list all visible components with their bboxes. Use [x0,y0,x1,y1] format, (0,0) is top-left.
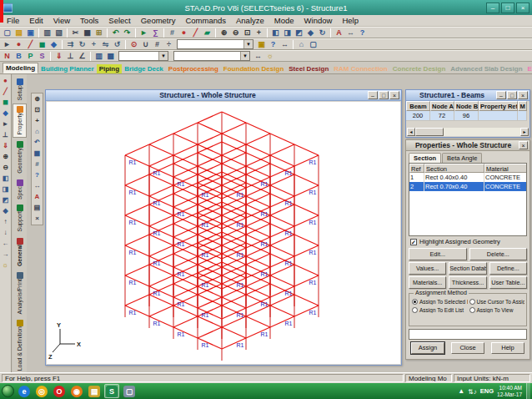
zoom-dynamic-icon[interactable]: ⊕ [1,152,11,162]
highlight-assigned-checkbox[interactable]: ✓ Highlight Assigned Geometry [410,238,500,245]
define-button[interactable]: Define... [489,262,527,275]
dimension-icon[interactable]: ↔ [345,28,356,38]
labels-icon[interactable]: A [334,28,344,38]
beams-hscrollbar[interactable]: ◄ ► [407,128,529,136]
tab-beta-angle[interactable]: Beta Angle [442,153,482,163]
rotate-up-icon[interactable]: ↑ [1,217,11,227]
menu-commands[interactable]: Commands [180,15,231,26]
user-table-button[interactable]: User Table... [489,276,527,289]
dimension-beams-icon[interactable]: ↔ [253,51,263,61]
pan-tool-icon[interactable]: + [33,116,43,126]
opera-icon[interactable]: O [53,386,65,397]
tab-section[interactable]: Section [409,153,441,163]
radio-assign-to-selected-beams[interactable]: Assign To Selected Beams [412,299,468,305]
supports-cursor-icon[interactable]: ⊥ [1,130,11,140]
structure-list-combo[interactable]: ▼ [173,51,250,61]
zoom-window-tool-icon[interactable]: ⊡ [33,105,43,115]
section-row[interactable]: 2Rect 0.70x0.40CONCRETE [409,182,526,191]
display-options-icon[interactable]: ☼ [264,51,275,61]
add-plate-icon[interactable]: ▰ [202,28,213,38]
thickness-button[interactable]: Thickness... [449,276,486,289]
section-database-button[interactable]: Section Database [449,262,486,275]
new-view-icon[interactable]: ▢ [308,39,319,49]
radio-icon[interactable] [469,307,475,313]
mode-tab-ram-connection[interactable]: RAM Connection [331,64,389,73]
minimize-button[interactable]: – [496,91,506,99]
load-case-combo[interactable]: ▼ [118,51,168,61]
folder-icon-slot[interactable]: ▤ [87,384,102,398]
language-indicator[interactable]: ENG [480,387,494,395]
firefox-icon[interactable]: ◉ [71,386,83,397]
mode-tab-foundation-design[interactable]: Foundation Design [221,64,286,73]
side-view-icon[interactable]: ◨ [282,28,293,38]
measure-distance-icon[interactable]: ↔ [33,181,43,191]
display-side-icon[interactable]: ◨ [1,184,11,194]
page-tab-general[interactable]: General [13,235,27,269]
page-tab-support[interactable]: Support [13,202,27,235]
rotate-right-icon[interactable]: → [1,250,11,260]
front-view-icon[interactable]: ◧ [270,28,281,38]
properties-titlebar[interactable]: Properties - Whole Structure × [406,140,529,151]
copy-icon[interactable]: ▦ [82,28,93,38]
plates-cursor-icon[interactable]: ◼ [1,98,11,108]
folder-icon[interactable]: ▤ [88,386,100,397]
select-cursor-icon[interactable]: ► [2,39,13,49]
node-grid-icon[interactable]: # [33,159,43,169]
print-icon[interactable]: ▥ [42,28,53,38]
assign-button[interactable]: Assign [411,342,444,354]
column-header-material[interactable]: Material [484,164,527,173]
maximize-button[interactable]: □ [507,91,517,99]
zoom-in-icon[interactable]: ⊕ [218,28,229,38]
pan-icon[interactable]: + [253,28,264,38]
scroll-left-icon[interactable]: ◄ [407,128,415,136]
materials-button[interactable]: Materials... [409,276,446,289]
network-tray-icon[interactable]: ⇅ [468,388,474,396]
maximize-button[interactable]: □ [379,91,389,99]
radio-use-cursor-to-assign[interactable]: Use Cursor To Assign [469,299,525,305]
beams-table-body[interactable]: 2007296 [406,111,529,121]
structure-window-titlebar[interactable]: Structure1 - Whole Structure – □ × [46,90,401,101]
beams-cursor-icon[interactable]: ╱ [1,87,11,97]
internet-explorer-icon[interactable]: e [18,386,30,397]
display-top-icon[interactable]: ◩ [1,195,11,205]
delete-button[interactable]: Delete... [469,248,528,260]
whole-structure-icon[interactable]: ⌂ [33,127,43,137]
checkbox-icon[interactable]: ✓ [410,239,417,245]
menu-help[interactable]: Help [337,15,364,26]
mode-tab-steel-design[interactable]: Steel Design [286,64,331,73]
redo-icon[interactable]: ↷ [122,28,133,38]
page-tab-geometry[interactable]: Geometry [13,139,27,176]
values-button[interactable]: Values... [409,262,446,275]
paste-icon[interactable]: ⊞ [93,28,104,38]
combo-dropdown-icon[interactable]: ▼ [243,40,253,48]
section-list[interactable]: RefSectionMaterial 1Rect 0.40x0.40CONCRE… [409,163,527,236]
supports-display-icon[interactable]: ⊥ [65,51,76,61]
previous-view-icon[interactable]: ↶ [33,138,43,148]
split-beam-icon[interactable]: ÷ [163,39,174,49]
beam-query-icon[interactable]: ? [33,170,43,180]
solid-cursor-icon[interactable]: ◆ [48,39,59,49]
structure-list-icon[interactable]: ▤ [33,203,43,213]
rotate-left-icon[interactable]: ← [1,239,11,249]
save-icon[interactable]: ▣ [25,28,36,38]
add-beam-icon[interactable]: ╱ [190,28,201,38]
plate-cursor-icon[interactable]: ◼ [37,39,48,49]
tray-expand-icon[interactable]: ▲ [458,387,464,395]
zoom-out-tool-icon[interactable]: ⊖ [1,163,11,173]
rotate-view-icon[interactable]: ↻ [317,28,328,38]
menu-file[interactable]: File [2,15,24,26]
column-header-node-a[interactable]: Node A [430,101,454,111]
mode-tab-bridge-deck[interactable]: Bridge Deck [122,64,166,73]
top-view-icon[interactable]: ◩ [294,28,304,38]
undo-icon[interactable]: ↶ [110,28,121,38]
rotate-geometry-icon[interactable]: ↺ [112,39,123,49]
add-node-icon[interactable]: ● [178,28,189,38]
menu-select[interactable]: Select [103,15,135,26]
node-cursor-icon[interactable]: ● [13,39,24,49]
column-header-property-refn[interactable]: Property Refn. [479,101,518,111]
radio-icon[interactable] [412,299,418,305]
menu-window[interactable]: Window [299,15,338,26]
start-button[interactable] [2,385,14,397]
volume-tray-icon[interactable]: ♪ [474,388,477,396]
openstaad-icon[interactable]: ▢ [123,386,135,397]
